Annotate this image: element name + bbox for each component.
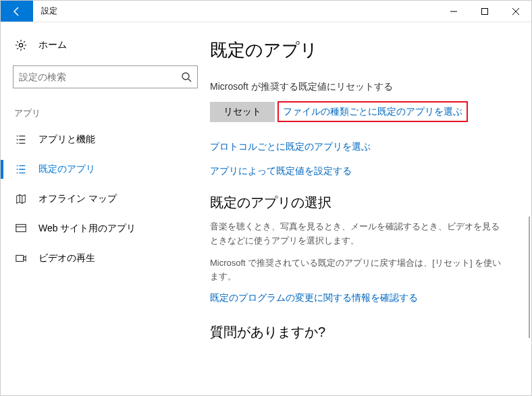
arrow-left-icon [11, 6, 22, 17]
close-icon [512, 8, 519, 15]
sidebar-item-default-apps[interactable]: 既定のアプリ [1, 154, 210, 184]
sidebar-item-label: Web サイト用のアプリ [38, 223, 136, 235]
section-heading: 既定のアプリの選択 [210, 194, 507, 212]
link-default-programs-info[interactable]: 既定のプログラムの変更に関する情報を確認する [210, 292, 507, 304]
svg-point-2 [182, 73, 189, 80]
sidebar: ホーム アプリ アプリと機能 既定のアプリ オフライン マップ Web サイト用… [1, 22, 210, 395]
titlebar: 設定 [1, 1, 531, 22]
sidebar-item-website-apps[interactable]: Web サイト用のアプリ [1, 214, 210, 244]
list-icon [14, 133, 28, 146]
link-app-defaults[interactable]: アプリによって既定値を設定する [210, 165, 507, 177]
close-button[interactable] [500, 1, 531, 22]
minimize-icon [450, 8, 457, 15]
scrollbar[interactable] [529, 217, 530, 338]
sidebar-item-apps-features[interactable]: アプリと機能 [1, 125, 210, 154]
window-controls [438, 1, 531, 22]
sidebar-item-label: アプリと機能 [38, 134, 95, 146]
svg-point-1 [19, 43, 22, 47]
link-file-type-defaults[interactable]: ファイルの種類ごとに既定のアプリを選ぶ [283, 106, 462, 117]
search-input[interactable] [19, 72, 181, 82]
home-label: ホーム [38, 39, 67, 51]
window-title: 設定 [33, 1, 438, 22]
sidebar-item-label: ビデオの再生 [38, 252, 95, 264]
website-icon [14, 222, 28, 235]
default-apps-icon [14, 163, 28, 176]
back-button[interactable] [1, 1, 33, 22]
video-icon [14, 252, 28, 265]
reset-description: Microsoft が推奨する既定値にリセットする [210, 81, 507, 93]
highlighted-link-box: ファイルの種類ごとに既定のアプリを選ぶ [277, 101, 468, 122]
sidebar-item-label: オフライン マップ [38, 193, 117, 205]
maximize-icon [481, 8, 488, 15]
reset-button[interactable]: リセット [210, 102, 275, 122]
main-content: 既定のアプリ Microsoft が推奨する既定値にリセットする リセット ファ… [210, 22, 531, 395]
section-paragraph: Microsoft で推奨されている既定のアプリに戻す場合は、[リセット] を使… [210, 256, 507, 285]
maximize-button[interactable] [469, 1, 500, 22]
home-link[interactable]: ホーム [1, 33, 210, 57]
sidebar-item-offline-maps[interactable]: オフライン マップ [1, 184, 210, 214]
svg-rect-3 [16, 225, 26, 232]
sidebar-item-label: 既定のアプリ [38, 163, 95, 175]
section-label: アプリ [1, 102, 210, 125]
search-box[interactable] [13, 65, 198, 88]
link-protocol-defaults[interactable]: プロトコルごとに既定のアプリを選ぶ [210, 141, 507, 153]
section-heading: 質問がありますか? [210, 323, 507, 341]
section-paragraph: 音楽を聴くとき、写真を見るとき、メールを確認するとき、ビデオを見るときなどに使う… [210, 220, 507, 248]
svg-rect-4 [16, 256, 24, 262]
svg-rect-0 [482, 8, 488, 14]
minimize-button[interactable] [438, 1, 469, 22]
page-title: 既定のアプリ [210, 38, 507, 62]
search-icon [181, 72, 192, 82]
map-icon [14, 192, 28, 206]
sidebar-item-video-playback[interactable]: ビデオの再生 [1, 244, 210, 273]
gear-icon [14, 38, 28, 52]
